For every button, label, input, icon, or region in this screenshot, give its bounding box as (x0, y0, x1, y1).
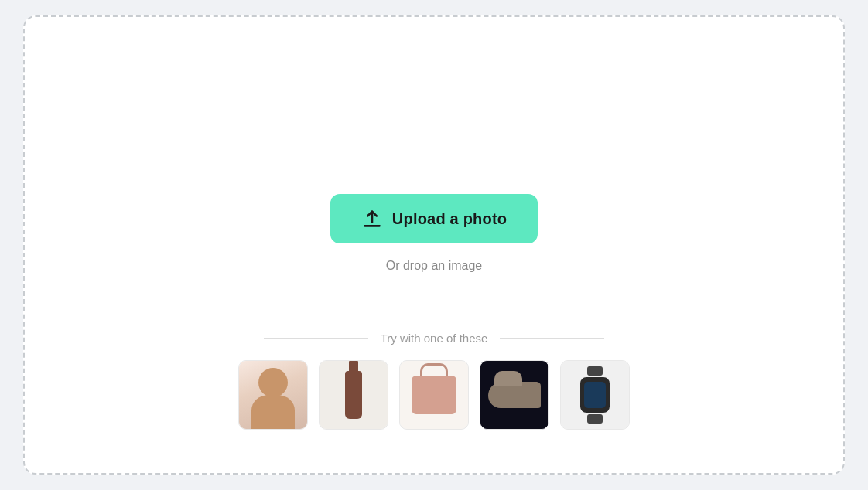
samples-line-right (500, 338, 604, 339)
sample-shoe-image (480, 361, 548, 429)
samples-line-left (264, 338, 368, 339)
drop-hint: Or drop an image (386, 259, 483, 273)
samples-label-row: Try with one of these (264, 332, 604, 345)
sample-item-bottle[interactable] (319, 360, 388, 430)
sample-bag-image (400, 361, 468, 429)
drop-zone[interactable]: Upload a photo Or drop an image Try with… (23, 15, 845, 475)
sample-watch-image (561, 361, 629, 429)
upload-button[interactable]: Upload a photo (330, 194, 538, 243)
upload-button-label: Upload a photo (392, 210, 507, 228)
sample-item-woman[interactable] (238, 360, 308, 430)
samples-section: Try with one of these (25, 332, 843, 430)
sample-bottle-image (320, 361, 388, 429)
upload-icon (361, 208, 383, 230)
sample-item-shoe[interactable] (480, 360, 549, 430)
upload-area: Upload a photo Or drop an image (330, 194, 538, 273)
sample-item-watch[interactable] (560, 360, 630, 430)
samples-images (238, 360, 630, 430)
samples-label: Try with one of these (381, 332, 488, 345)
sample-item-bag[interactable] (399, 360, 469, 430)
sample-woman-image (239, 361, 307, 429)
